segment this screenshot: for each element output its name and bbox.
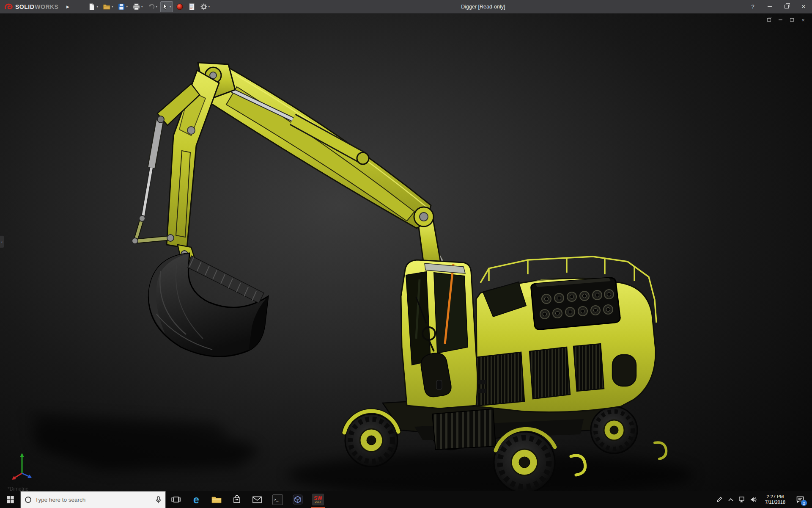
document-window-controls: × [766,17,806,23]
brand-text-solid: SOLID [15,3,34,10]
excavator-boom[interactable] [198,63,433,228]
start-button[interactable] [0,491,20,508]
task-view-button[interactable] [166,491,186,508]
cascade-icon [767,18,771,22]
feature-panel-flyout-tab[interactable]: ‹ [0,235,4,248]
chevron-down-icon[interactable]: ▾ [141,5,143,8]
task-view-icon [171,496,181,503]
report-button[interactable] [187,1,197,12]
restore-button[interactable] [778,0,795,13]
store-bag-icon [233,495,241,504]
viewport-3d[interactable]: × ‹ *Dimetric [0,14,812,491]
doc-close-button[interactable]: × [800,17,806,23]
console-icon: >_ [272,494,283,505]
system-tray: 2:27 PM 7/11/2018 2 [713,491,812,508]
volume-icon[interactable] [748,491,759,508]
new-window-button[interactable] [766,17,772,23]
solidworks-window: SOLID WORKS ▶ ▾ ▾ [0,0,812,508]
clock-date: 7/11/2018 [759,500,791,505]
vent-grille [529,347,570,399]
chevron-down-icon[interactable]: ▾ [156,5,158,8]
chevron-down-icon[interactable]: ▾ [96,5,98,8]
excavator-model[interactable] [0,14,812,491]
doc-minimize-button[interactable] [777,17,783,23]
titlebar: SOLID WORKS ▶ ▾ ▾ [0,0,812,14]
orientation-triad[interactable] [11,451,41,482]
appearance-sphere-icon [176,3,184,11]
report-icon [188,3,195,11]
doc-restore-button[interactable] [789,17,795,23]
mirror [436,380,442,389]
search-input[interactable] [35,497,152,503]
restore-icon [790,18,794,22]
new-document-icon [88,3,96,11]
open-button[interactable]: ▾ [101,1,115,12]
gear-icon [200,3,208,11]
minimize-button[interactable] [761,0,778,13]
view-orientation-label: *Dimetric [8,486,28,491]
select-button[interactable]: ▾ [160,1,173,12]
brand-text-works: WORKS [35,3,58,10]
appearance-button[interactable] [174,1,185,12]
window-controls: ? × [744,0,812,13]
excavator-body[interactable] [469,257,656,412]
chevron-down-icon[interactable]: ▾ [170,5,171,8]
excavator-wheel[interactable] [591,407,637,453]
solidworks-app-icon: SW 2017 [312,494,324,505]
mail-icon [252,496,262,503]
new-document-button[interactable]: ▾ [86,1,100,12]
clock-time: 2:27 PM [759,494,791,500]
solidworks-taskbar-button[interactable]: SW 2017 [308,491,328,508]
undo-icon [148,3,155,11]
engine-block[interactable] [531,278,620,329]
microphone-icon[interactable] [156,496,161,504]
windows-taskbar: e >_ [0,491,812,508]
network-icon[interactable] [736,491,748,508]
chevron-down-icon[interactable]: ▾ [126,5,128,8]
seat [421,353,451,397]
file-explorer-icon [211,495,222,504]
taskbar-search[interactable] [20,491,166,508]
file-explorer-button[interactable] [206,491,227,508]
print-button[interactable]: ▾ [131,1,145,12]
print-icon [132,3,140,11]
excavator-bucket[interactable] [148,253,268,356]
store-button[interactable] [227,491,247,508]
notification-badge: 2 [801,500,807,506]
taskbar-clock[interactable]: 2:27 PM 7/11/2018 [759,494,791,505]
undo-button[interactable]: ▾ [146,1,159,12]
vent-grille [573,344,604,391]
document-title: Digger [Read-only] [461,4,505,10]
save-icon [118,3,125,11]
chevron-down-icon[interactable]: ▾ [112,5,113,8]
minimize-icon [779,19,782,20]
tow-hook [655,442,666,459]
ds-logo-icon [4,3,14,11]
excavator-wheel[interactable] [345,414,398,467]
options-button[interactable]: ▾ [198,1,212,12]
excavator-cab[interactable] [401,260,477,409]
edge-icon: e [193,494,199,505]
pen-icon[interactable] [713,491,725,508]
windows-logo-icon [7,496,14,503]
side-hatch [612,355,636,386]
excavator-stick[interactable] [132,70,219,263]
quick-toolbar: ▾ ▾ ▾ [86,1,211,12]
cube-app-icon [293,494,303,505]
minimize-icon [768,6,772,7]
mail-button[interactable] [247,491,267,508]
save-button[interactable]: ▾ [116,1,129,12]
close-button[interactable]: × [795,0,812,13]
console-button[interactable]: >_ [267,491,288,508]
hidden-icons-chevron[interactable] [725,491,736,508]
open-folder-icon [103,3,111,11]
menu-flyout-arrow[interactable]: ▶ [64,5,71,9]
restore-icon [785,5,789,8]
help-button[interactable]: ? [744,0,761,13]
action-center-button[interactable]: 2 [791,491,809,508]
edge-button[interactable]: e [186,491,206,508]
select-cursor-icon [162,3,169,11]
cad-utility-button[interactable] [288,491,308,508]
chevron-down-icon[interactable]: ▾ [208,5,210,8]
cortana-icon [25,497,31,503]
